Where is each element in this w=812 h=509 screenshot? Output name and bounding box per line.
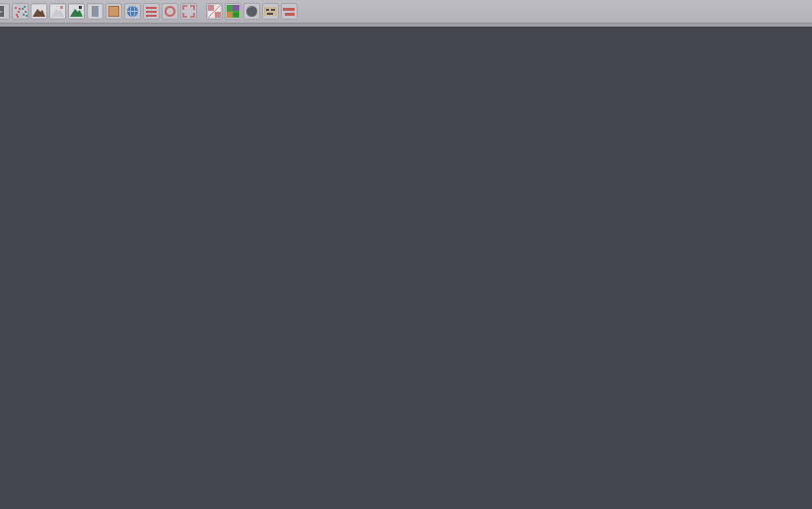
application-window xyxy=(0,0,812,509)
mesh-surface-icon xyxy=(50,4,65,19)
toolbar-button-checker-overlay[interactable] xyxy=(206,3,223,20)
toolbar-button-red-bars[interactable] xyxy=(281,3,298,20)
region-select-icon xyxy=(181,4,196,19)
toolbar-button-ring[interactable] xyxy=(162,3,178,20)
toolbar-button-orthophoto[interactable] xyxy=(105,3,122,20)
red-bars-icon xyxy=(282,4,297,19)
toolbar-button-notes[interactable] xyxy=(262,3,279,20)
orthophoto-icon xyxy=(106,4,121,19)
toolbar-button-globe[interactable] xyxy=(124,3,141,20)
rows-icon xyxy=(144,4,159,19)
checker-overlay-icon xyxy=(207,4,222,19)
ring-icon xyxy=(163,4,177,19)
toolbar xyxy=(0,0,812,24)
toolbar-button-dem-hill[interactable] xyxy=(68,3,85,20)
toolbar-button-classified-map[interactable] xyxy=(225,3,241,20)
notes-icon xyxy=(263,4,278,19)
toolbar-button-terrain-hill[interactable] xyxy=(31,3,47,20)
terrain-hill-icon xyxy=(32,4,46,19)
classified-map-icon xyxy=(226,4,240,19)
dem-hill-icon xyxy=(69,4,84,19)
side-panel-icon xyxy=(88,4,102,19)
toolbar-button-mesh-surface[interactable] xyxy=(49,3,66,20)
toolbar-button-dark-sphere[interactable] xyxy=(243,3,260,20)
clipped-edge-icon xyxy=(0,4,9,19)
toolbar-button-clipped-edge[interactable] xyxy=(0,3,10,20)
toolbar-button-side-panel[interactable] xyxy=(87,3,103,20)
3d-viewport[interactable] xyxy=(0,0,812,509)
dark-sphere-icon xyxy=(244,4,259,19)
point-pair-icon xyxy=(13,4,28,19)
toolbar-button-rows[interactable] xyxy=(143,3,160,20)
toolbar-button-region-select[interactable] xyxy=(180,3,197,20)
toolbar-separator xyxy=(197,11,204,12)
globe-icon xyxy=(125,4,140,19)
toolbar-button-point-pair[interactable] xyxy=(12,3,29,20)
